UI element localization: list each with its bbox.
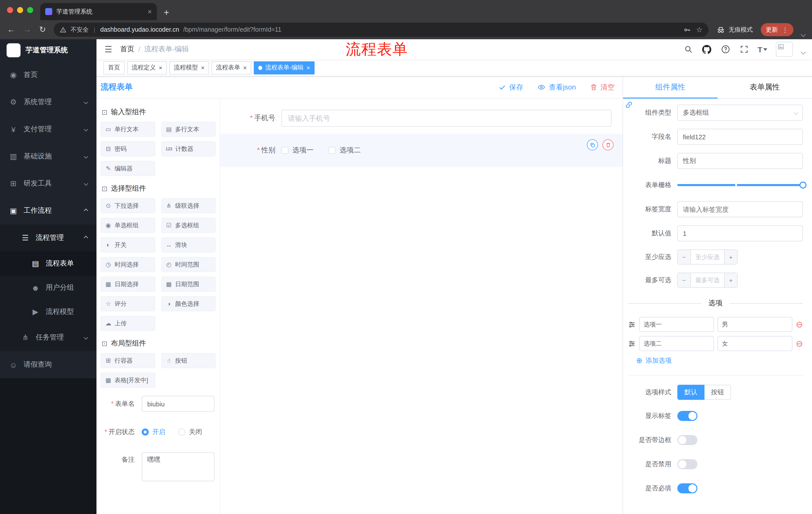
option-label-input[interactable] <box>639 317 714 332</box>
palette-item-switch[interactable]: ◐开关 <box>100 237 155 252</box>
palette-item-single-line-text[interactable]: ▭单行文本 <box>100 122 155 137</box>
drag-handle-icon[interactable] <box>628 321 636 328</box>
field-name-input[interactable] <box>677 129 803 145</box>
sidebar-item-system[interactable]: ⚙ 系统管理 <box>0 88 96 116</box>
add-option-button[interactable]: ⊕ 添加选项 <box>636 356 803 365</box>
sidebar-item-home[interactable]: ◉ 首页 <box>0 61 96 88</box>
bookmark-star-icon[interactable]: ☆ <box>696 26 702 34</box>
form-grid-slider[interactable] <box>677 177 803 193</box>
sidebar-item-user-group[interactable]: ☻ 用户分组 <box>0 276 96 300</box>
address-bar[interactable]: 不安全 | dashboard.yudao.iocoder.cn/bpm/man… <box>54 23 708 37</box>
browser-menu-dots-icon[interactable]: ⋮ <box>782 26 788 33</box>
sidebar-item-process-management[interactable]: ☰ 流程管理 <box>0 224 96 251</box>
help-icon[interactable] <box>721 44 731 54</box>
palette-item-time-range[interactable]: ◴时间范围 <box>161 257 215 272</box>
palette-item-editor[interactable]: ✎编辑器 <box>100 161 155 176</box>
hamburger-icon[interactable]: ☰ <box>96 44 120 55</box>
github-icon[interactable] <box>702 44 712 54</box>
tag-process-definition[interactable]: 流程定义 × <box>127 61 167 74</box>
tag-process-model[interactable]: 流程模型 × <box>169 61 209 74</box>
sidebar-item-infrastructure[interactable]: ▥ 基础设施 <box>0 143 96 170</box>
palette-item-radio-group[interactable]: ◉单选框组 <box>100 218 155 233</box>
increase-button[interactable]: + <box>724 250 737 264</box>
palette-item-table-dev[interactable]: ▦表格[开发中] <box>100 373 155 388</box>
sidebar-logo-row[interactable]: 芋道管理系统 <box>0 39 96 61</box>
slider-handle[interactable] <box>800 182 807 189</box>
browser-tab[interactable]: 芋道管理系统 × <box>40 3 157 20</box>
palette-item-slider[interactable]: ↔滑块 <box>161 237 215 252</box>
avatar[interactable] <box>776 42 793 57</box>
window-minimize-button[interactable] <box>17 7 23 13</box>
new-tab-button[interactable]: + <box>164 8 169 17</box>
title-input[interactable] <box>677 153 803 169</box>
palette-item-select[interactable]: ⊙下拉选择 <box>100 198 155 213</box>
option-label-input[interactable] <box>639 336 714 351</box>
font-size-icon[interactable]: T <box>758 45 767 54</box>
tag-close-icon[interactable]: × <box>159 64 162 71</box>
status-off-radio[interactable]: 关闭 <box>178 425 202 439</box>
gender-option-one-checkbox[interactable]: 选项一 <box>281 146 314 155</box>
save-button[interactable]: 保存 <box>499 83 523 92</box>
remove-option-icon[interactable]: ⊖ <box>796 320 803 329</box>
tag-process-form-edit[interactable]: 流程表单-编辑 × <box>254 61 315 74</box>
breadcrumb-home[interactable]: 首页 <box>120 45 135 54</box>
canvas-field-gender-selected[interactable]: *性别 选项一 选项二 <box>220 134 622 167</box>
tag-process-form[interactable]: 流程表单 × <box>211 61 251 74</box>
sidebar-item-leave-query[interactable]: ☺ 请假查询 <box>0 351 96 378</box>
palette-item-row-container[interactable]: ⊞行容器 <box>100 353 155 368</box>
disabled-switch[interactable] <box>677 459 697 469</box>
palette-item-upload[interactable]: ☁上传 <box>100 316 155 331</box>
required-switch[interactable] <box>677 483 697 493</box>
show-label-switch[interactable] <box>677 411 697 421</box>
view-json-button[interactable]: 查看json <box>538 83 576 92</box>
window-close-button[interactable] <box>7 7 13 13</box>
window-zoom-button[interactable] <box>27 7 33 13</box>
increase-button[interactable]: + <box>724 273 737 287</box>
max-select-input[interactable] <box>691 273 724 287</box>
status-on-radio[interactable]: 开启 <box>142 425 165 439</box>
security-label[interactable]: 不安全 <box>70 25 89 34</box>
delete-component-button[interactable] <box>603 139 613 151</box>
palette-item-password[interactable]: ⊟密码 <box>100 141 155 156</box>
palette-item-counter[interactable]: 123计数器 <box>161 141 215 156</box>
remove-option-icon[interactable]: ⊖ <box>796 339 803 348</box>
palette-item-multi-line-text[interactable]: ▤多行文本 <box>161 122 215 137</box>
tab-close-icon[interactable]: × <box>148 7 152 16</box>
password-key-icon[interactable] <box>684 26 691 33</box>
tag-close-icon[interactable]: × <box>307 64 310 71</box>
form-name-input[interactable] <box>142 396 214 412</box>
sidebar-item-process-model[interactable]: ▶ 流程模型 <box>0 300 96 324</box>
update-button[interactable]: 更新 ⋮ <box>761 23 793 36</box>
forward-icon[interactable]: → <box>23 26 31 34</box>
copy-component-button[interactable] <box>587 139 598 151</box>
tab-component-props[interactable]: 组件属性 <box>623 77 718 98</box>
palette-item-color-picker[interactable]: ◑颜色选择 <box>161 296 215 311</box>
gender-option-two-checkbox[interactable]: 选项二 <box>329 146 361 155</box>
label-width-input[interactable] <box>677 201 803 217</box>
option-value-input[interactable] <box>718 317 792 332</box>
component-type-select[interactable]: 多选框组 <box>677 105 803 121</box>
toolbar-collapse-chevron-icon[interactable] <box>801 32 806 37</box>
border-switch[interactable] <box>677 435 697 445</box>
avatar-dropdown-chevron-icon[interactable] <box>801 49 806 54</box>
palette-item-date-range[interactable]: ▩日期范围 <box>161 277 215 292</box>
option-value-input[interactable] <box>718 336 792 351</box>
tag-close-icon[interactable]: × <box>243 64 247 71</box>
decrease-button[interactable]: − <box>678 273 691 287</box>
palette-item-cascader[interactable]: ⋔级联选择 <box>161 198 215 213</box>
canvas-field-phone[interactable]: *手机号 <box>229 110 617 127</box>
style-button-button[interactable]: 按钮 <box>704 385 731 400</box>
style-default-button[interactable]: 默认 <box>677 385 704 400</box>
tag-close-icon[interactable]: × <box>201 64 204 71</box>
clear-button[interactable]: 清空 <box>590 83 614 92</box>
search-icon[interactable] <box>684 44 693 54</box>
tag-home[interactable]: 首页 <box>104 61 125 74</box>
sidebar-item-workflow[interactable]: ▣ 工作流程 <box>0 197 96 224</box>
tab-form-props[interactable]: 表单属性 <box>718 77 812 98</box>
sidebar-item-devtools[interactable]: ⊞ 研发工具 <box>0 170 96 197</box>
palette-item-button[interactable]: ☝按钮 <box>161 353 215 368</box>
fullscreen-icon[interactable] <box>739 44 749 54</box>
drag-handle-icon[interactable] <box>628 340 636 347</box>
palette-item-date-picker[interactable]: ▦日期选择 <box>100 277 155 292</box>
default-value-input[interactable] <box>677 225 803 241</box>
